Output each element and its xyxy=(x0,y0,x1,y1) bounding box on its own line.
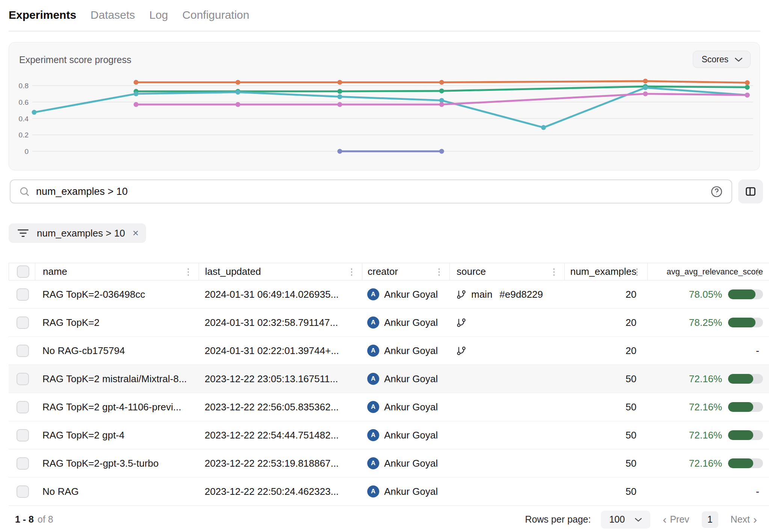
search-bar[interactable]: num_examples > 10 xyxy=(10,179,732,203)
row-checkbox[interactable] xyxy=(17,401,29,413)
experiment-name: RAG TopK=2 gpt-4 xyxy=(42,430,125,441)
columns-toggle-button[interactable] xyxy=(738,179,763,203)
column-header-num_examples[interactable]: num_examples⋮ xyxy=(564,263,647,280)
creator-cell: AAnkur Goyal xyxy=(362,421,449,449)
experiment-name-cell[interactable]: No RAG-cb175794 xyxy=(35,337,199,365)
avatar: A xyxy=(367,401,379,413)
empty-score: - xyxy=(756,345,763,357)
column-menu-icon[interactable]: ⋮ xyxy=(633,267,641,277)
table-row[interactable]: No RAG2023-12-22 22:50:24.462323...AAnku… xyxy=(9,478,769,506)
table-row[interactable]: RAG TopK=2 gpt-42023-12-22 22:54:44.7514… xyxy=(9,421,769,449)
tab-experiments[interactable]: Experiments xyxy=(9,9,76,21)
chevron-down-icon xyxy=(635,517,642,522)
row-checkbox[interactable] xyxy=(17,429,29,442)
search-help-button[interactable] xyxy=(710,185,723,198)
tab-configuration[interactable]: Configuration xyxy=(182,9,249,21)
experiment-name-cell[interactable]: RAG TopK=2-036498cc xyxy=(35,280,199,308)
score-value: 72.16% xyxy=(689,373,722,385)
score-value: 78.25% xyxy=(689,317,722,329)
column-menu-icon[interactable]: ⋮ xyxy=(754,267,762,277)
table-row[interactable]: RAG TopK=2-gpt-3.5-turbo2023-12-22 22:53… xyxy=(9,449,769,478)
row-checkbox[interactable] xyxy=(17,373,29,385)
source-cell xyxy=(449,337,564,365)
score-bar-fill xyxy=(728,458,753,468)
column-header-checkbox[interactable] xyxy=(9,263,35,280)
experiment-name-cell[interactable]: RAG TopK=2 gpt-4-1106-previ... xyxy=(35,393,199,421)
creator-cell: AAnkur Goyal xyxy=(362,393,449,421)
table-row[interactable]: RAG TopK=2 mistralai/Mixtral-8...2023-12… xyxy=(9,365,769,393)
filter-icon xyxy=(17,228,29,238)
score-bar xyxy=(728,374,763,384)
last-updated-cell: 2023-12-22 22:56:05.835362... xyxy=(199,393,362,421)
column-menu-icon[interactable]: ⋮ xyxy=(550,267,558,277)
experiment-name-cell[interactable]: RAG TopK=2 mistralai/Mixtral-8... xyxy=(35,365,199,393)
column-menu-icon[interactable]: ⋮ xyxy=(347,267,356,277)
row-checkbox[interactable] xyxy=(17,345,29,357)
score-bar-fill xyxy=(728,318,755,327)
score-bar xyxy=(728,458,763,468)
score-cell: 72.16% xyxy=(647,449,769,477)
score-cell: 72.16% xyxy=(647,365,769,393)
row-total: of 8 xyxy=(38,514,53,525)
current-page-button[interactable]: 1 xyxy=(702,511,718,528)
last-updated-value: 2023-12-22 22:53:19.818867... xyxy=(205,458,339,469)
table-row[interactable]: RAG TopK=2 gpt-4-1106-previ...2023-12-22… xyxy=(9,393,769,421)
table-row[interactable]: RAG TopK=22024-01-31 02:32:58.791147...A… xyxy=(9,309,769,337)
experiment-name: RAG TopK=2 gpt-4-1106-previ... xyxy=(42,401,181,413)
column-menu-icon[interactable]: ⋮ xyxy=(435,267,443,277)
column-menu-icon[interactable]: ⋮ xyxy=(184,267,193,277)
row-select-cell xyxy=(9,337,35,365)
select-all-checkbox[interactable] xyxy=(17,265,29,278)
score-bar xyxy=(728,318,763,327)
experiment-name: RAG TopK=2-gpt-3.5-turbo xyxy=(42,458,159,469)
avatar: A xyxy=(367,429,379,441)
tab-datasets[interactable]: Datasets xyxy=(90,9,135,21)
column-header-last_updated[interactable]: last_updated⋮ xyxy=(199,263,362,280)
git-branch-icon xyxy=(456,289,466,300)
rows-per-page-select[interactable]: 100 xyxy=(601,511,650,529)
column-header-name[interactable]: name⋮ xyxy=(35,263,199,280)
last-updated-value: 2024-01-31 02:22:01.39744+... xyxy=(205,345,339,357)
row-checkbox[interactable] xyxy=(17,485,29,498)
table-row[interactable]: RAG TopK=2-036498cc2024-01-31 06:49:14.0… xyxy=(9,280,769,309)
prev-page-button[interactable]: ‹ Prev xyxy=(660,514,691,526)
search-input[interactable]: num_examples > 10 xyxy=(36,186,710,197)
experiment-name-cell[interactable]: RAG TopK=2 gpt-4 xyxy=(35,421,199,449)
table-row[interactable]: No RAG-cb1757942024-01-31 02:22:01.39744… xyxy=(9,337,769,365)
column-header-avg_avg_relevance_score[interactable]: avg_avg_relevance_score⋮ xyxy=(647,263,769,280)
last-updated-value: 2024-01-31 02:32:58.791147... xyxy=(205,317,338,329)
num-examples-value: 20 xyxy=(626,289,636,300)
source-cell xyxy=(449,393,564,421)
avatar: A xyxy=(367,288,379,300)
experiment-name-cell[interactable]: RAG TopK=2-gpt-3.5-turbo xyxy=(35,449,199,477)
num-examples-value: 20 xyxy=(626,345,636,357)
tab-log[interactable]: Log xyxy=(149,9,168,21)
experiment-name-cell[interactable]: No RAG xyxy=(35,478,199,505)
creator-name: Ankur Goyal xyxy=(384,401,438,413)
last-updated-value: 2023-12-22 22:50:24.462323... xyxy=(205,486,339,497)
row-checkbox[interactable] xyxy=(17,457,29,470)
scores-dropdown[interactable]: Scores xyxy=(693,51,751,68)
row-checkbox[interactable] xyxy=(17,288,29,301)
row-checkbox[interactable] xyxy=(17,316,29,329)
next-page-button[interactable]: Next › xyxy=(728,514,759,526)
experiment-name-cell[interactable]: RAG TopK=2 xyxy=(35,309,199,336)
score-bar-fill xyxy=(728,374,753,384)
source-commit: #e9d8229 xyxy=(499,289,543,300)
row-select-cell xyxy=(9,421,35,449)
filter-chip-label: num_examples > 10 xyxy=(37,228,125,239)
rows-per-page-label: Rows per page: xyxy=(525,514,591,525)
svg-text:0.2: 0.2 xyxy=(19,131,29,139)
filter-chip[interactable]: num_examples > 10 × xyxy=(9,223,146,243)
score-bar-fill xyxy=(728,430,753,440)
remove-filter-icon[interactable]: × xyxy=(133,228,139,238)
experiment-name: No RAG-cb175794 xyxy=(42,345,125,357)
git-branch-icon xyxy=(456,318,466,328)
column-header-source[interactable]: source⋮ xyxy=(449,263,564,280)
column-header-creator[interactable]: creator⋮ xyxy=(362,263,449,280)
score-cell: 78.25% xyxy=(647,309,769,336)
panel-title: Experiment score progress xyxy=(19,54,131,65)
svg-text:0: 0 xyxy=(24,148,29,155)
score-bar-fill xyxy=(728,289,755,299)
empty-score: - xyxy=(756,486,763,497)
